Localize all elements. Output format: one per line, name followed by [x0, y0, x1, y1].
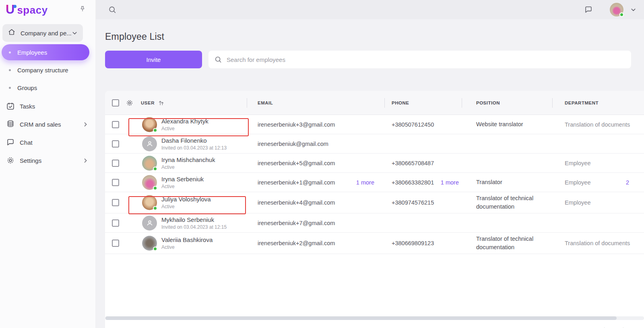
sidebar: Uspacy Company and pe... Employees Compa…	[0, 0, 96, 328]
avatar	[142, 156, 157, 170]
page-title: Employee List	[105, 31, 644, 42]
employee-status: Active	[161, 184, 204, 189]
logo-letter: U	[6, 2, 14, 17]
table-header: USER EMAIL PHONE POSITION DEPARTMENT	[105, 91, 644, 115]
chevron-right-icon	[82, 121, 89, 128]
row-checkbox[interactable]	[112, 199, 119, 206]
online-status-dot	[153, 166, 157, 171]
table-row[interactable]: Iryna Mishchanchuk Active ireneserbeniuk…	[105, 154, 644, 173]
employee-email: ireneserbeniuk+2@gmail.com	[258, 240, 335, 246]
sidebar-item-chat[interactable]: Chat	[0, 133, 95, 151]
online-status-dot	[153, 128, 157, 132]
pin-icon	[78, 5, 87, 14]
table-row[interactable]: Alexandra Khytyk Active ireneserbeniuk+3…	[105, 115, 644, 134]
sidebar-item-groups[interactable]: Groups	[0, 80, 95, 96]
gear-icon	[6, 156, 15, 165]
uspacy-logo[interactable]: Uspacy	[6, 2, 48, 17]
logo-text: spacy	[17, 4, 47, 16]
sidebar-item-tasks[interactable]: Tasks	[0, 97, 95, 115]
horizontal-scrollbar[interactable]	[105, 316, 644, 320]
chat-bubble-icon	[6, 138, 15, 147]
tasks-calendar-icon	[6, 102, 15, 111]
online-status-dot	[153, 186, 157, 190]
user-avatar[interactable]	[610, 3, 623, 16]
employee-name[interactable]: Alexandra Khytyk	[161, 118, 208, 125]
email-more-link[interactable]: 1 more	[347, 179, 374, 186]
avatar	[142, 236, 157, 251]
messages-icon[interactable]	[584, 5, 593, 14]
employee-status: Active	[161, 164, 215, 170]
profile-chevron-down-icon[interactable]	[630, 6, 637, 13]
column-divider	[462, 98, 462, 108]
row-checkbox[interactable]	[112, 140, 119, 148]
column-header-email: EMAIL	[258, 100, 273, 105]
global-search-button[interactable]	[108, 5, 117, 14]
placeholder-person-icon	[142, 215, 157, 230]
sidebar-item-crm[interactable]: CRM and sales	[0, 115, 95, 133]
online-status-dot	[619, 12, 624, 17]
pagination-bar: Rows per page: 10 1–7 of 7	[105, 320, 644, 328]
table-row[interactable]: Mykhailo Serbeniuk Invited on 03.04.2023…	[105, 213, 644, 233]
employee-status: Invited on 03.04.2023 at 12:13	[161, 145, 227, 151]
employee-name[interactable]: Iryna Mishchanchuk	[161, 156, 215, 163]
row-checkbox[interactable]	[112, 219, 119, 227]
search-input[interactable]	[227, 56, 625, 63]
pin-sidebar-button[interactable]	[78, 5, 87, 14]
scrollbar-thumb[interactable]	[105, 316, 617, 320]
sort-arrows-icon[interactable]	[157, 99, 165, 107]
workspace-selector[interactable]: Company and pe...	[2, 24, 83, 42]
chevron-right-icon	[82, 157, 89, 164]
sidebar-item-label: Tasks	[20, 103, 89, 110]
column-header-phone: PHONE	[392, 100, 409, 105]
row-checkbox[interactable]	[112, 160, 119, 167]
employee-position: Translator of technical documentation	[476, 235, 555, 252]
online-status-dot	[153, 206, 157, 211]
row-checkbox[interactable]	[112, 240, 119, 247]
row-checkbox[interactable]	[112, 121, 119, 128]
column-header-user[interactable]: USER	[141, 100, 155, 105]
sidebar-item-label: Company structure	[17, 67, 68, 74]
employee-phone: +380665708487	[392, 160, 434, 166]
employee-status: Invited on 03.04.2023 at 12:15	[161, 224, 227, 230]
invite-button[interactable]: Invite	[105, 51, 202, 68]
bullet-icon	[9, 87, 11, 89]
next-page-button[interactable]	[620, 326, 628, 328]
employee-phone: +380507612450	[392, 121, 434, 128]
app-window: Uspacy Company and pe... Employees Compa…	[0, 0, 644, 328]
select-all-checkbox[interactable]	[112, 99, 119, 107]
sidebar-item-settings[interactable]: Settings	[0, 152, 95, 169]
topbar	[96, 0, 644, 19]
sidebar-item-employees[interactable]: Employees	[2, 44, 89, 60]
employee-name[interactable]: Iryna Serbeniuk	[161, 176, 204, 182]
extra-count-badge[interactable]: 2	[626, 179, 638, 186]
previous-page-button[interactable]	[600, 326, 608, 328]
avatar	[142, 117, 157, 132]
employee-phone: +380974576215	[392, 199, 434, 206]
employee-name[interactable]: Mykhailo Serbeniuk	[161, 216, 227, 223]
employee-status: Active	[161, 244, 213, 250]
phone-more-link[interactable]: 1 more	[431, 179, 459, 186]
row-checkbox[interactable]	[112, 179, 119, 186]
employee-position: Translator	[476, 178, 555, 187]
employee-search-box[interactable]	[208, 51, 631, 68]
employee-name[interactable]: Valeriia Bashkirova	[161, 236, 213, 243]
sidebar-item-company-structure[interactable]: Company structure	[0, 62, 95, 78]
employee-position: Translator of technical documentation	[476, 194, 555, 211]
logo-dot	[13, 5, 17, 8]
column-header-department: DEPARTMENT	[565, 100, 599, 105]
placeholder-person-icon	[142, 136, 157, 151]
table-row[interactable]: Iryna Serbeniuk Active ireneserbeniuk+1@…	[105, 173, 644, 192]
employee-name[interactable]: Dasha Filonenko	[161, 137, 227, 144]
table-row[interactable]: Dasha Filonenko Invited on 03.04.2023 at…	[105, 134, 644, 154]
table-row[interactable]: Juliya Voloshylova Active ireneserbeniuk…	[105, 192, 644, 213]
employee-email: ireneserbeniuk+7@gmail.com	[258, 220, 335, 226]
table-settings-gear-icon[interactable]	[126, 99, 134, 107]
column-header-position: POSITION	[476, 100, 500, 105]
workspace-label: Company and pe...	[21, 30, 71, 37]
online-status-dot	[153, 247, 157, 251]
home-icon	[8, 28, 16, 38]
employee-name[interactable]: Juliya Voloshylova	[161, 196, 211, 203]
table-row[interactable]: Valeriia Bashkirova Active ireneserbeniu…	[105, 233, 644, 254]
sidebar-item-label: CRM and sales	[20, 121, 82, 128]
crm-database-icon	[6, 120, 15, 129]
